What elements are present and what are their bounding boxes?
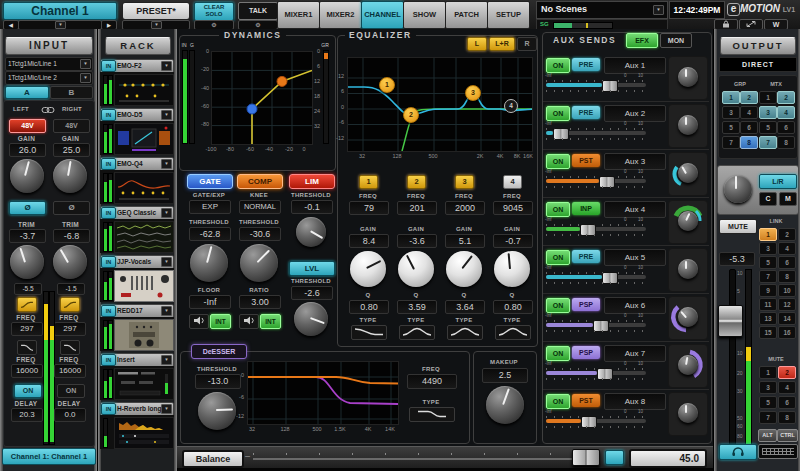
deesser-freq-value[interactable]: 4490 <box>407 374 457 389</box>
eq-band4-button[interactable]: 4 <box>503 175 522 189</box>
alt-button[interactable]: ALT <box>758 429 777 442</box>
grp-4-button[interactable]: 4 <box>740 106 758 119</box>
delay-right-value[interactable]: 0.0 <box>54 408 86 422</box>
plugin-dropdown-icon[interactable]: ▼ <box>161 306 172 316</box>
link-8-button[interactable]: 8 <box>778 270 796 283</box>
eq-band3-button[interactable]: 3 <box>455 175 474 189</box>
comp-threshold-value[interactable]: -30.6 <box>239 227 281 241</box>
eq-band2-button[interactable]: 2 <box>407 175 426 189</box>
tab-patch[interactable]: PATCH <box>445 1 488 29</box>
balance-slider-handle[interactable] <box>572 449 600 466</box>
level-threshold-value[interactable]: -2.6 <box>291 286 333 300</box>
mtx-4-button[interactable]: 4 <box>777 106 795 119</box>
stereo-link-icon[interactable] <box>41 106 55 114</box>
aux-name[interactable]: Aux 6 <box>604 297 666 314</box>
fader-track[interactable] <box>729 269 736 447</box>
phantom-right-button[interactable]: 48V <box>53 119 90 133</box>
eq-band3-type-button[interactable] <box>447 325 483 340</box>
rack-slot[interactable]: IN Insert ▼ <box>100 353 174 400</box>
aux-slider[interactable] <box>546 83 646 87</box>
eq-right-button[interactable]: R <box>517 37 537 51</box>
plugin-dropdown-icon[interactable]: ▼ <box>161 257 172 267</box>
input-source-1[interactable]: 1Tctg1Mic/Line 1 ▼ <box>5 57 93 71</box>
gate-button[interactable]: GATE <box>187 174 233 189</box>
eq-band1-gain[interactable]: 8.4 <box>349 234 389 248</box>
eq-band3-marker[interactable]: 3 <box>465 85 481 101</box>
mtx-2-button[interactable]: 2 <box>777 91 795 104</box>
tab-mixer2[interactable]: MIXER2 <box>319 1 362 29</box>
mute-7-button[interactable]: 7 <box>759 411 777 424</box>
plugin-thumbnail[interactable] <box>114 172 174 204</box>
hpf-right-button[interactable] <box>60 297 80 312</box>
gate-threshold-value[interactable]: -62.8 <box>189 227 231 241</box>
eq-band1-marker[interactable]: 1 <box>379 77 395 93</box>
comp-knee-value[interactable]: NORMAL <box>239 200 281 214</box>
channel-selector[interactable]: Channel 1 <box>3 2 117 20</box>
talk-button[interactable]: TALK <box>238 2 278 20</box>
fader-value[interactable]: -5.3 <box>719 252 755 266</box>
preset-button[interactable]: PRESET* <box>122 2 190 20</box>
deesser-button[interactable]: DeESSER <box>191 344 247 359</box>
hpf-right-value[interactable]: 297 <box>54 322 86 336</box>
grp-5-button[interactable]: 5 <box>722 121 740 134</box>
hpf-left-value[interactable]: 297 <box>11 322 43 336</box>
eq-band2-freq[interactable]: 201 <box>397 201 437 215</box>
deesser-type-button[interactable] <box>409 407 455 422</box>
eq-band1-q[interactable]: 0.80 <box>349 300 389 314</box>
aux-pan-knob[interactable] <box>678 403 698 423</box>
eq-left-button[interactable]: L <box>467 37 487 51</box>
aux-slider[interactable] <box>546 179 646 183</box>
plugin-dropdown-icon[interactable]: ▼ <box>161 355 172 365</box>
link-10-button[interactable]: 10 <box>778 284 796 297</box>
plugin-in-button[interactable]: IN <box>101 60 116 72</box>
tab-setup[interactable]: SETUP <box>487 1 530 29</box>
eq-band2-type-button[interactable] <box>399 325 435 340</box>
headphone-button[interactable] <box>719 444 757 460</box>
eq-band4-q[interactable]: 0.80 <box>493 300 533 314</box>
link-12-button[interactable]: 12 <box>778 298 796 311</box>
deesser-plot[interactable] <box>247 361 399 425</box>
grp-6-button[interactable]: 6 <box>740 121 758 134</box>
makeup-value[interactable]: 2.5 <box>482 368 528 383</box>
mtx-5-button[interactable]: 5 <box>759 121 777 134</box>
tab-channel[interactable]: CHANNEL <box>361 1 404 29</box>
link-3-button[interactable]: 3 <box>759 242 777 255</box>
plugin-dropdown-icon[interactable]: ▼ <box>161 208 172 218</box>
rack-slot[interactable]: IN JJP-Vocals ▼ <box>100 255 174 302</box>
aux-mode-button[interactable]: PRE <box>572 250 600 263</box>
aux-mode-button[interactable]: PRE <box>572 106 600 119</box>
link-9-button[interactable]: 9 <box>759 284 777 297</box>
gain-left-knob[interactable] <box>10 159 44 193</box>
link-6-button[interactable]: 6 <box>778 256 796 269</box>
aux-on-button[interactable]: ON <box>546 298 570 313</box>
comp-ratio-value[interactable]: 3.00 <box>239 295 281 309</box>
plugin-in-button[interactable]: IN <box>101 158 116 170</box>
eq-band2-marker[interactable]: 2 <box>403 107 419 123</box>
gate-listen-button[interactable] <box>189 314 209 329</box>
gate-mode-value[interactable]: EXP <box>189 200 231 214</box>
hpf-left-button[interactable] <box>17 297 37 312</box>
rack-slot[interactable]: IN EMO-Q4 ▼ <box>100 157 174 204</box>
grp-3-button[interactable]: 3 <box>722 106 740 119</box>
aux-mode-button[interactable]: INP <box>572 202 600 215</box>
aux-pan-knob[interactable] <box>678 67 698 87</box>
deesser-threshold-knob[interactable] <box>198 392 236 430</box>
aux-on-button[interactable]: ON <box>546 346 570 361</box>
lpf-left-value[interactable]: 16000 <box>11 364 43 378</box>
link-13-button[interactable]: 13 <box>759 312 777 325</box>
makeup-knob[interactable] <box>486 386 524 424</box>
plugin-in-button[interactable]: IN <box>101 305 116 317</box>
direct-label[interactable]: DIRECT <box>719 57 797 72</box>
trim-right-value[interactable]: -6.8 <box>53 229 90 243</box>
gain-right-value[interactable]: 25.0 <box>53 143 90 157</box>
aux-name[interactable]: Aux 4 <box>604 201 666 218</box>
aux-on-button[interactable]: ON <box>546 250 570 265</box>
aux-name[interactable]: Aux 7 <box>604 345 666 362</box>
plugin-dropdown-icon[interactable]: ▼ <box>161 61 172 71</box>
mtx-6-button[interactable]: 6 <box>777 121 795 134</box>
gate-int-button[interactable]: INT <box>210 314 231 329</box>
mute-5-button[interactable]: 5 <box>759 396 777 409</box>
aux-pan-knob[interactable] <box>678 211 698 231</box>
link-7-button[interactable]: 7 <box>759 270 777 283</box>
rack-slot[interactable]: IN H-Reverb long ▼ <box>100 402 174 449</box>
